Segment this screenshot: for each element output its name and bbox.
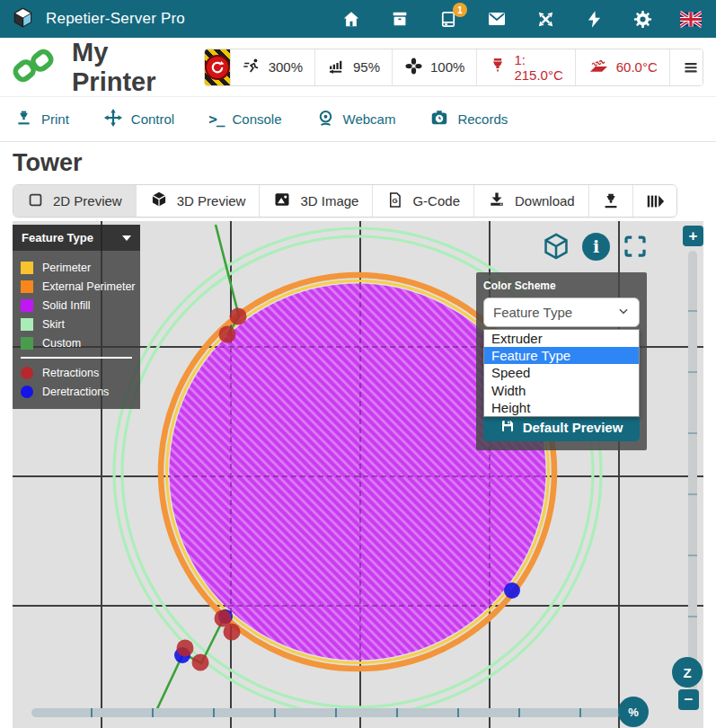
gcode-button[interactable]: G G-Code xyxy=(372,185,473,217)
legend-item: Solid Infill xyxy=(21,296,132,315)
printer-nozzle-icon xyxy=(601,191,621,211)
tab-print[interactable]: Print xyxy=(14,109,69,130)
chevron-down-icon xyxy=(617,305,630,320)
print-preview-area[interactable]: Feature Type Perimeter External Perimete… xyxy=(13,221,703,728)
download-icon xyxy=(488,191,506,211)
control-move-icon xyxy=(103,108,123,130)
emergency-stop-button[interactable] xyxy=(205,49,230,85)
extruder-icon xyxy=(489,57,507,77)
fan-speed-button[interactable]: 100% xyxy=(392,49,476,85)
color-scheme-options: Extruder Feature Type Speed Width Height xyxy=(483,329,640,417)
records-camera-icon xyxy=(429,108,449,130)
legend-label: Custom xyxy=(42,337,81,350)
bed-temp-button[interactable]: 60.0°C xyxy=(575,49,669,85)
tab-console[interactable]: >_ Console xyxy=(208,111,281,128)
option-width[interactable]: Width xyxy=(484,382,639,399)
extruder-temp-button[interactable]: 1: 215.0°C xyxy=(476,49,574,85)
legend-item: Perimeter xyxy=(21,258,132,277)
tab-console-label: Console xyxy=(232,111,281,127)
option-feature-type[interactable]: Feature Type xyxy=(484,347,639,364)
color-scheme-select[interactable]: Feature Type xyxy=(483,297,640,327)
webcam-icon xyxy=(316,109,335,130)
view-3d-label: 3D Preview xyxy=(177,193,246,209)
printer-tabs: Print Control >_ Console Webcam Records xyxy=(0,97,716,142)
svg-text:G: G xyxy=(393,197,398,205)
fullscreen-icon[interactable] xyxy=(535,8,556,30)
brand[interactable]: Repetier-Server Pro xyxy=(11,5,185,33)
tab-control-label: Control xyxy=(131,111,174,127)
tab-webcam-label: Webcam xyxy=(343,111,396,127)
legend-label: Solid Infill xyxy=(42,299,91,312)
language-flag-icon[interactable] xyxy=(680,8,702,30)
legend-item: External Perimeter xyxy=(21,277,132,296)
preview-fullscreen-icon[interactable] xyxy=(622,233,649,260)
color-scheme-panel: Color Scheme Feature Type Extruder Featu… xyxy=(476,272,647,450)
image-icon xyxy=(273,191,291,211)
navbar-icons: 1 xyxy=(340,8,702,30)
preview-menu-icon[interactable] xyxy=(499,236,530,257)
heated-bed-icon xyxy=(588,57,609,77)
save-icon xyxy=(500,419,515,436)
progress-percent-handle[interactable]: % xyxy=(618,697,649,727)
view-toolbar: 2D Preview 3D Preview 3D Image G G-Code … xyxy=(13,184,677,218)
printer-name: My Printer xyxy=(72,38,191,97)
view-3d-preview-button[interactable]: 3D Preview xyxy=(136,185,260,217)
custom-swatch xyxy=(21,337,33,350)
tab-records[interactable]: Records xyxy=(429,108,508,130)
z-layer-handle[interactable]: Z xyxy=(672,657,703,688)
legend-panel: Feature Type Perimeter External Perimete… xyxy=(13,225,140,409)
view-3d-image-button[interactable]: 3D Image xyxy=(259,185,372,217)
power-icon[interactable] xyxy=(583,8,605,30)
color-scheme-title: Color Scheme xyxy=(483,280,640,292)
tab-print-label: Print xyxy=(41,111,69,127)
solid-infill-swatch xyxy=(21,299,33,312)
extruder-temp-value: 1: 215.0°C xyxy=(514,52,562,83)
printer-link-icon[interactable] xyxy=(13,45,54,90)
legend-separator xyxy=(21,357,132,359)
default-preview-button[interactable]: Default Preview xyxy=(483,413,640,441)
speed-value: 300% xyxy=(269,59,303,75)
legend-header[interactable]: Feature Type xyxy=(13,225,140,251)
view-2d-preview-button[interactable]: 2D Preview xyxy=(13,185,136,217)
option-extruder[interactable]: Extruder xyxy=(484,330,639,347)
option-height[interactable]: Height xyxy=(484,399,639,416)
legend-label: Skirt xyxy=(42,318,65,331)
selected-option: Feature Type xyxy=(493,305,572,320)
emergency-stop-icon xyxy=(205,55,230,80)
square-outline-icon xyxy=(27,191,44,211)
tab-control[interactable]: Control xyxy=(103,108,174,130)
speed-multiplier-button[interactable]: 300% xyxy=(230,49,314,85)
flow-multiplier-button[interactable]: 95% xyxy=(314,49,392,85)
messages-icon[interactable] xyxy=(486,8,508,30)
view-3d-image-label: 3D Image xyxy=(300,193,358,209)
chevron-down-icon xyxy=(122,235,131,241)
retractions-swatch xyxy=(21,367,33,379)
preview-3d-cube-icon[interactable] xyxy=(542,232,570,261)
legend-label: Perimeter xyxy=(42,262,91,274)
zoom-in-button[interactable]: + xyxy=(683,226,703,246)
tab-webcam[interactable]: Webcam xyxy=(316,109,396,130)
print-job-button[interactable] xyxy=(588,185,632,217)
layer-slider-track[interactable] xyxy=(688,251,697,691)
legend-item: Retractions xyxy=(21,363,132,382)
option-speed[interactable]: Speed xyxy=(484,364,639,381)
layers-play-icon xyxy=(645,191,665,211)
legend-body: Perimeter External Perimeter Solid Infil… xyxy=(13,251,140,409)
info-icon[interactable]: i xyxy=(582,233,610,261)
zoom-out-button[interactable]: − xyxy=(678,689,699,710)
render-layers-button[interactable] xyxy=(632,185,676,217)
flow-value: 95% xyxy=(353,59,380,75)
external-perimeter-swatch xyxy=(21,280,33,293)
print-queue-icon[interactable]: 1 xyxy=(438,8,459,30)
printer-menu-button[interactable] xyxy=(669,49,703,85)
preview-toolbar: i xyxy=(499,232,649,261)
download-button[interactable]: Download xyxy=(473,185,588,217)
default-preview-label: Default Preview xyxy=(523,420,623,435)
legend-label: External Perimeter xyxy=(42,280,136,293)
home-icon[interactable] xyxy=(340,8,362,30)
deretractions-swatch xyxy=(21,386,33,398)
fan-icon xyxy=(404,57,423,78)
progress-slider-track[interactable] xyxy=(31,708,620,717)
settings-gear-icon[interactable] xyxy=(632,8,653,30)
archive-box-icon[interactable] xyxy=(389,8,411,30)
